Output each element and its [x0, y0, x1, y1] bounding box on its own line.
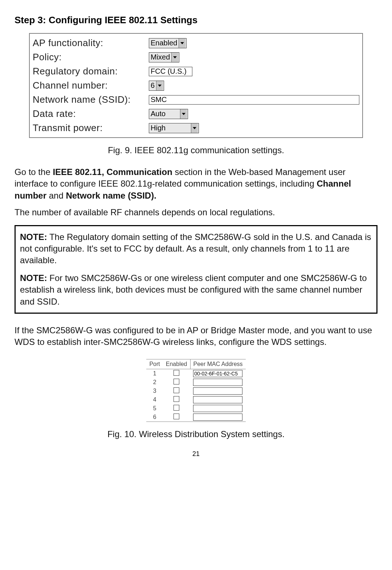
table-row: 6 — [146, 413, 245, 422]
peer-mac-input[interactable] — [193, 414, 242, 421]
channel-number-label: Channel number: — [33, 80, 149, 91]
note-label: NOTE: — [20, 273, 47, 283]
peer-mac-input[interactable] — [193, 387, 242, 395]
ssid-input[interactable] — [149, 95, 359, 105]
chevron-down-icon — [156, 81, 163, 90]
enabled-checkbox[interactable] — [173, 396, 179, 402]
svg-marker-1 — [173, 56, 177, 58]
port-cell: 2 — [146, 378, 163, 387]
bold-text: Network name (SSID). — [66, 191, 156, 200]
data-rate-select[interactable]: Auto — [149, 109, 188, 119]
wds-header-enabled: Enabled — [163, 359, 190, 369]
table-row: 5 — [146, 404, 245, 413]
page-number: 21 — [15, 450, 377, 458]
peer-mac-input[interactable] — [193, 405, 242, 412]
port-cell: 6 — [146, 413, 163, 422]
data-rate-label: Data rate: — [33, 108, 149, 119]
chevron-down-icon — [191, 123, 198, 133]
table-row: 3 — [146, 387, 245, 395]
ieee-settings-form: AP functionality: Enabled Policy: Mixed … — [29, 33, 363, 138]
paragraph-3: If the SMC2586W-G was configured to be i… — [15, 325, 377, 348]
data-rate-value: Auto — [151, 110, 179, 118]
ap-functionality-value: Enabled — [151, 39, 177, 47]
paragraph-1: Go to the IEEE 802.11, Communication sec… — [15, 166, 377, 201]
peer-mac-input[interactable] — [193, 396, 242, 403]
svg-marker-2 — [158, 85, 162, 87]
bold-text: IEEE 802.11, Communication — [53, 167, 172, 177]
note-label: NOTE: — [20, 232, 47, 242]
fig9-caption: Fig. 9. IEEE 802.11g communication setti… — [15, 145, 377, 155]
regulatory-domain-label: Regulatory domain: — [33, 66, 149, 77]
svg-marker-3 — [182, 113, 185, 115]
table-row: 4 — [146, 395, 245, 404]
step-title: Step 3: Configuring IEEE 802.11 Settings — [15, 15, 377, 26]
enabled-checkbox[interactable] — [173, 387, 179, 393]
policy-select[interactable]: Mixed — [149, 52, 179, 62]
peer-mac-input[interactable] — [193, 379, 242, 386]
enabled-checkbox[interactable] — [173, 414, 179, 419]
text: Go to the — [15, 167, 53, 177]
enabled-checkbox[interactable] — [173, 370, 179, 376]
enabled-checkbox[interactable] — [173, 405, 179, 411]
wds-header-peer: Peer MAC Address — [190, 359, 246, 369]
table-row: 2 — [146, 378, 245, 387]
port-cell: 4 — [146, 395, 163, 404]
chevron-down-icon — [180, 109, 187, 119]
ap-functionality-label: AP functionality: — [33, 37, 149, 49]
chevron-down-icon — [171, 53, 178, 62]
text: and — [46, 191, 66, 200]
channel-number-value: 6 — [151, 81, 155, 90]
peer-mac-input[interactable] — [193, 370, 242, 377]
chevron-down-icon — [179, 38, 185, 48]
paragraph-2: The number of available RF channels depe… — [15, 207, 377, 218]
enabled-checkbox[interactable] — [173, 379, 179, 384]
note-box: NOTE: The Regulatory domain setting of t… — [15, 225, 377, 314]
ssid-label: Network name (SSID): — [33, 94, 149, 105]
transmit-power-value: High — [151, 124, 189, 132]
channel-number-select[interactable]: 6 — [149, 81, 164, 91]
wds-header-port: Port — [146, 359, 163, 369]
policy-label: Policy: — [33, 52, 149, 63]
transmit-power-label: Transmit power: — [33, 122, 149, 134]
note-text: The Regulatory domain setting of the SMC… — [20, 232, 371, 265]
wds-table: Port Enabled Peer MAC Address 1 2 3 — [146, 359, 245, 422]
svg-marker-4 — [193, 127, 196, 129]
port-cell: 3 — [146, 387, 163, 395]
transmit-power-select[interactable]: High — [149, 123, 199, 133]
port-cell: 1 — [146, 369, 163, 378]
svg-marker-0 — [180, 42, 184, 44]
ap-functionality-select[interactable]: Enabled — [149, 38, 187, 48]
note-text: For two SMC2586W-Gs or one wireless clie… — [20, 273, 367, 306]
port-cell: 5 — [146, 404, 163, 413]
table-row: 1 — [146, 369, 245, 378]
regulatory-domain-input[interactable] — [149, 67, 192, 76]
fig10-caption: Fig. 10. Wireless Distribution System se… — [15, 429, 377, 439]
policy-value: Mixed — [151, 53, 170, 61]
